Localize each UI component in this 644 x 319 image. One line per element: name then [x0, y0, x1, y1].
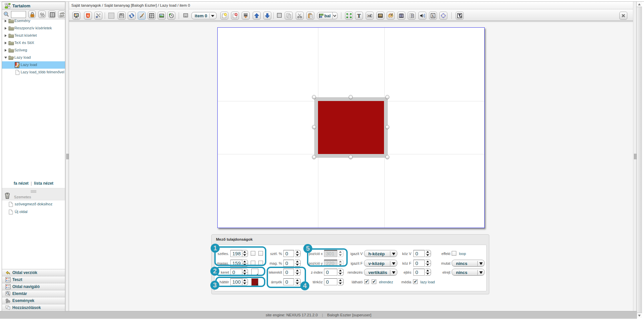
svg-text:5: 5 [87, 14, 89, 17]
svg-text:Σ: Σ [432, 14, 434, 18]
svg-text:?: ? [8, 307, 10, 309]
svg-text:AB: AB [368, 15, 371, 17]
svg-text:T: T [357, 13, 361, 18]
svg-text:£: £ [401, 14, 402, 17]
